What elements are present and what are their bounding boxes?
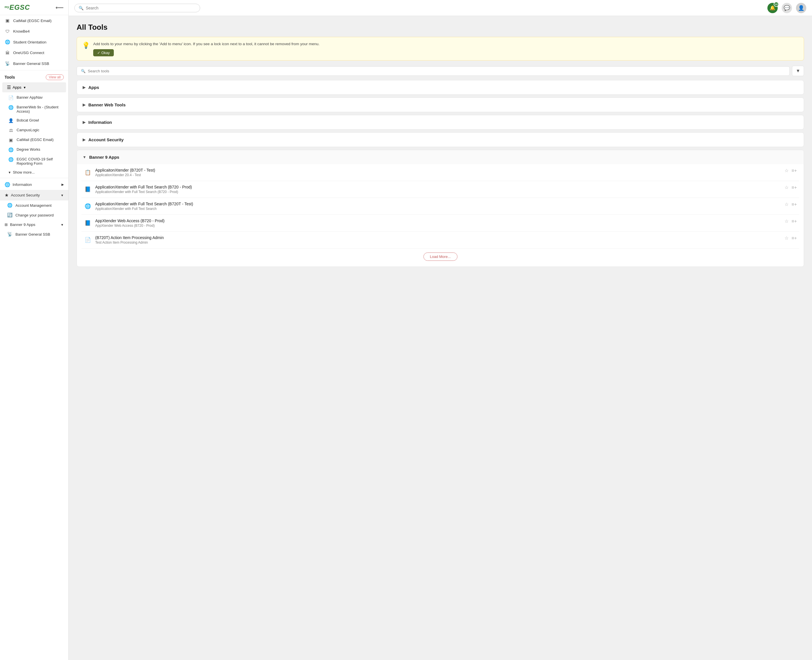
apps-chevron-down-icon: ▼ [23,86,26,89]
lightbulb-icon: 💡 [82,42,90,49]
show-more-button[interactable]: ▼ Show more... [0,168,68,177]
show-more-chevron-icon: ▼ [8,171,11,174]
degree-works-icon: 🌐 [8,147,14,152]
star-button-1[interactable]: ☆ [785,185,788,190]
accordion-banner-9-apps-label: Banner 9 Apps [89,155,119,160]
tool-item-action-item-processing: 📄 (B720T) Action Item Processing Admin T… [81,232,799,249]
accordion-header-apps[interactable]: ▶ Apps [77,80,804,94]
bannerweb-icon: 🌐 [8,105,14,110]
add-to-menu-button-0[interactable]: ≡+ [791,168,797,173]
information-chevron-icon: ▶ [62,183,64,186]
applicationxtender-test-icon: 📋 [84,168,92,176]
star-button-4[interactable]: ☆ [785,235,788,241]
apps-group-label: Apps [13,85,21,89]
page-title: All Tools [77,23,804,32]
accordion-body-banner-9-apps: 📋 ApplicaitonXtender (B720T - Test) Appl… [77,164,804,267]
sidebar-item-information[interactable]: 🌐 Information ▶ [0,179,68,190]
change-password-icon: 🔄 [7,213,13,217]
bobcat-growl-icon: 👤 [8,118,14,123]
star-button-0[interactable]: ☆ [785,168,788,173]
page-content: All Tools 💡 Add tools to your menu by cl… [69,16,812,660]
notifications-button[interactable]: 🔔 10 [768,3,778,13]
accordion-header-banner-9-apps[interactable]: ▼ Banner 9 Apps [77,150,804,164]
tool-desc-applicationxtender-fulltext-test: ApplicationXtender with Full Text Search [95,207,193,211]
sidebar-item-knowbe4[interactable]: 🛡 KnowBe4 [0,26,68,36]
star-button-2[interactable]: ☆ [785,201,788,207]
banner-9-chevron-icon: ▼ [60,223,64,227]
chat-button[interactable]: 💬 [782,3,792,13]
catmail2-icon: ▣ [8,138,14,143]
star-button-3[interactable]: ☆ [785,219,788,224]
tool-name-appxtender-web-access: AppXtender Web Access (B720 - Prod) [95,219,165,223]
sidebar-item-student-orientation[interactable]: 🌐 Student Orientation [0,36,68,48]
search-tools-input[interactable] [88,69,785,73]
accordion-header-information[interactable]: ▶ Information [77,115,804,129]
campuslogic-icon: ⚖ [8,128,14,133]
add-to-menu-button-1[interactable]: ≡+ [791,185,797,190]
tool-item-appxtender-web-access: 📘 AppXtender Web Access (B720 - Prod) Ap… [81,215,799,232]
sidebar-item-change-password[interactable]: 🔄 Change your password [0,210,68,220]
accordion-information-label: Information [88,120,112,125]
sidebar-item-bannerweb[interactable]: 🌐 BannerWeb 9x - (Student Access) [0,103,68,116]
sidebar-item-oneusg[interactable]: 🏛 OneUSG Connect [0,48,68,58]
oneusg-icon: 🏛 [5,50,10,55]
chat-icon: 💬 [784,5,790,11]
view-all-button[interactable]: View all [46,75,64,80]
sidebar-item-account-security[interactable]: ★ Account Security ▼ [0,190,68,200]
student-orientation-icon: 🌐 [5,40,10,44]
logo-my-span: my [5,5,9,9]
filter-button[interactable]: ▼ [792,66,804,76]
accordion-header-account-security[interactable]: ▶ Account Security [77,133,804,147]
sidebar-item-banner-general-ssb-bottom[interactable]: 📡 Banner General SSB [0,229,68,239]
pinned-nav: ▣ CatMail (EGSC Email) 🛡 KnowBe4 🌐 Stude… [0,15,68,69]
back-arrow-icon[interactable]: ⟵ [56,4,64,11]
add-to-menu-button-2[interactable]: ≡+ [791,202,797,207]
apps-group-row[interactable]: ☰ Apps ▼ [2,82,66,92]
egsc-covid-icon: 🌐 [8,157,14,162]
tools-section-header: Tools View all [0,71,68,82]
banner-9-apps-section-wrapper: ➤ ▼ Banner 9 Apps 📋 ApplicaitonXtender (… [77,150,804,267]
sidebar-item-campuslogic[interactable]: ⚖ CampusLogic [0,125,68,135]
sidebar-item-egsc-covid[interactable]: 🌐 EGSC COVID-19 Self Reporting Form [0,155,68,168]
hamburger-icon: ☰ [7,85,11,90]
chevron-right-icon-as: ▶ [82,138,86,142]
add-to-menu-button-3[interactable]: ≡+ [791,219,797,224]
sidebar-item-account-management[interactable]: 🌐 Account Management [0,200,68,210]
tool-name-action-item-processing: (B720T) Action Item Processing Admin [95,235,164,240]
user-icon: 👤 [798,5,804,11]
tool-item-applicationxtender-fulltext-test: 🌐 ApplicationXtender with Full Text Sear… [81,198,799,215]
load-more-button[interactable]: Load More... [423,252,457,261]
accordion-apps: ▶ Apps [77,80,804,95]
accordion-information: ▶ Information [77,115,804,130]
user-avatar-button[interactable]: 👤 [796,3,806,13]
load-more-row: Load More... [81,249,799,263]
accordion-banner-web-tools-label: Banner Web Tools [88,102,125,107]
sidebar: my EGSC ⟵ ▣ CatMail (EGSC Email) 🛡 KnowB… [0,0,69,660]
chevron-down-icon-b9a: ▼ [82,155,86,159]
chevron-right-icon-bwt: ▶ [82,103,86,107]
search-box[interactable]: 🔍 [75,4,200,12]
accordion-banner-web-tools: ▶ Banner Web Tools [77,97,804,112]
sidebar-item-catmail[interactable]: ▣ CatMail (EGSC Email) [0,15,68,26]
account-management-icon: 🌐 [7,203,13,208]
chevron-right-icon: ▶ [82,85,86,89]
okay-button[interactable]: ✓ Okay [93,49,114,56]
banner-appnav-icon: 📄 [8,95,14,100]
topbar: 🔍 🔔 10 💬 👤 [69,0,812,16]
sidebar-item-degree-works[interactable]: 🌐 Degree Works [0,145,68,155]
logo-egsc-span: EGSC [10,3,30,11]
accordion-account-security-label: Account Security [88,137,124,142]
sidebar-item-banner-9-apps[interactable]: ⊞ Banner 9 Apps ▼ [0,220,68,229]
accordion-banner-9-apps: ▼ Banner 9 Apps 📋 ApplicaitonXtender (B7… [77,150,804,267]
divider-1 [0,70,68,70]
add-to-menu-button-4[interactable]: ≡+ [791,236,797,241]
sidebar-item-catmail[interactable]: ▣ CatMail (EGSC Email) [0,135,68,145]
search-tools-box[interactable]: 🔍 [77,67,790,76]
information-icon: 🌐 [5,182,10,187]
accordion-header-banner-web-tools[interactable]: ▶ Banner Web Tools [77,98,804,112]
info-banner: 💡 Add tools to your menu by clicking the… [77,37,804,60]
search-input[interactable] [86,6,196,10]
sidebar-item-banner-general-ssb-top[interactable]: 📡 Banner General SSB [0,58,68,69]
sidebar-item-banner-appnav[interactable]: 📄 Banner AppNav [0,93,68,103]
sidebar-item-bobcat-growl[interactable]: 👤 Bobcat Growl [0,116,68,125]
